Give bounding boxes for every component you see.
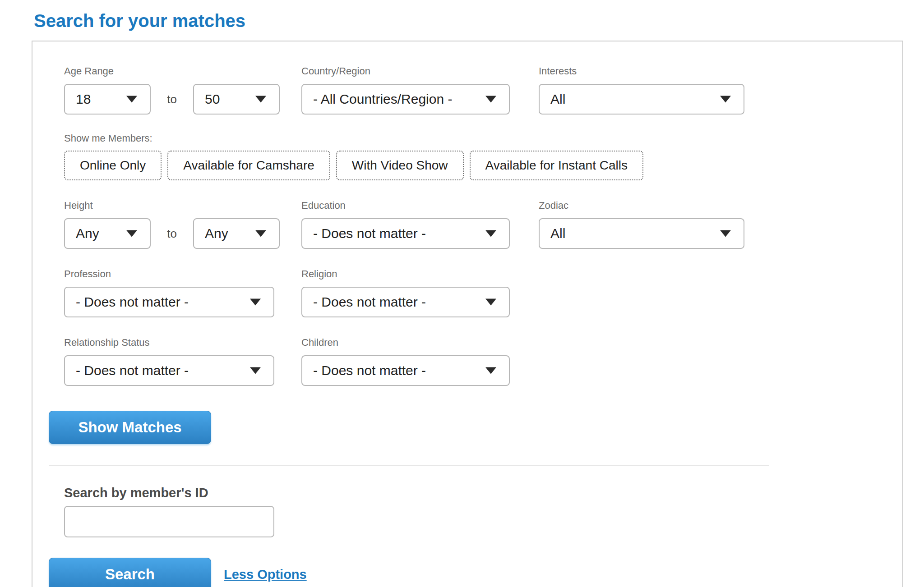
chevron-down-icon: [485, 367, 496, 374]
religion-field: Religion - Does not matter -: [301, 269, 510, 317]
height-to-text: to: [151, 227, 193, 241]
children-label: Children: [301, 337, 510, 348]
zodiac-label: Zodiac: [539, 200, 744, 211]
zodiac-value: All: [550, 226, 565, 241]
chevron-down-icon: [126, 96, 137, 103]
age-range-controls: 18 to 50: [64, 84, 280, 115]
interests-select[interactable]: All: [539, 84, 744, 115]
relationship-status-field: Relationship Status - Does not matter -: [64, 337, 274, 386]
relationship-status-label: Relationship Status: [64, 337, 274, 348]
chevron-down-icon: [250, 299, 261, 306]
zodiac-field: Zodiac All: [539, 200, 744, 249]
show-matches-button[interactable]: Show Matches: [49, 411, 211, 444]
page-title: Search for your matches: [34, 10, 924, 32]
height-from-value: Any: [76, 226, 99, 241]
search-form-panel: Age Range 18 to 50 Country/Region - All …: [32, 41, 903, 587]
chevron-down-icon: [485, 96, 496, 103]
height-to-select[interactable]: Any: [193, 218, 280, 249]
chevron-down-icon: [255, 230, 266, 237]
religion-label: Religion: [301, 269, 510, 280]
age-from-select[interactable]: 18: [64, 84, 151, 115]
chevron-down-icon: [720, 96, 731, 103]
country-label: Country/Region: [301, 66, 510, 77]
children-value: - Does not matter -: [313, 363, 426, 378]
age-from-value: 18: [76, 92, 91, 107]
filter-available-for-camshare-button[interactable]: Available for Camshare: [167, 151, 330, 180]
search-button[interactable]: Search: [49, 558, 211, 587]
row-age-country-interests: Age Range 18 to 50 Country/Region - All …: [64, 66, 886, 115]
age-range-to-text: to: [151, 92, 193, 106]
zodiac-select[interactable]: All: [539, 218, 744, 249]
height-field: Height Any to Any: [64, 200, 280, 249]
relationship-status-select[interactable]: - Does not matter -: [64, 355, 274, 386]
filter-with-video-show-button[interactable]: With Video Show: [336, 151, 464, 180]
member-id-input[interactable]: [64, 506, 274, 537]
children-field: Children - Does not matter -: [301, 337, 510, 386]
height-range-controls: Any to Any: [64, 218, 280, 249]
age-range-label: Age Range: [64, 66, 280, 77]
less-options-link[interactable]: Less Options: [224, 567, 307, 582]
chevron-down-icon: [126, 230, 137, 237]
height-from-select[interactable]: Any: [64, 218, 151, 249]
profession-select[interactable]: - Does not matter -: [64, 287, 274, 317]
row-height-education-zodiac: Height Any to Any Education - Does not m…: [64, 200, 886, 249]
row-profession-religion: Profession - Does not matter - Religion …: [64, 269, 886, 317]
relationship-status-value: - Does not matter -: [76, 363, 189, 378]
country-value: - All Countries/Region -: [313, 92, 452, 107]
education-value: - Does not matter -: [313, 226, 426, 241]
chevron-down-icon: [720, 230, 731, 237]
member-id-section: Search by member's ID: [64, 486, 886, 537]
section-divider: [49, 465, 769, 466]
education-select[interactable]: - Does not matter -: [301, 218, 510, 249]
chevron-down-icon: [250, 367, 261, 374]
country-select[interactable]: - All Countries/Region -: [301, 84, 510, 115]
chevron-down-icon: [485, 230, 496, 237]
interests-field: Interests All: [539, 66, 744, 115]
chevron-down-icon: [485, 299, 496, 306]
religion-value: - Does not matter -: [313, 294, 426, 310]
chevron-down-icon: [255, 96, 266, 103]
education-label: Education: [301, 200, 510, 211]
filter-available-for-instant-calls-button[interactable]: Available for Instant Calls: [470, 151, 643, 180]
member-id-label: Search by member's ID: [64, 486, 886, 500]
education-field: Education - Does not matter -: [301, 200, 510, 249]
profession-label: Profession: [64, 269, 274, 280]
member-filter-buttons: Online Only Available for Camshare With …: [64, 151, 886, 180]
row-relationship-children: Relationship Status - Does not matter - …: [64, 337, 886, 386]
profession-field: Profession - Does not matter -: [64, 269, 274, 317]
religion-select[interactable]: - Does not matter -: [301, 287, 510, 317]
age-to-value: 50: [205, 92, 220, 107]
filter-online-only-button[interactable]: Online Only: [64, 151, 162, 180]
country-field: Country/Region - All Countries/Region -: [301, 66, 510, 115]
children-select[interactable]: - Does not matter -: [301, 355, 510, 386]
profession-value: - Does not matter -: [76, 294, 189, 310]
bottom-actions-row: Search Less Options: [49, 558, 886, 587]
age-range-field: Age Range 18 to 50: [64, 66, 280, 115]
interests-value: All: [550, 92, 565, 107]
show-me-members-label: Show me Members:: [64, 133, 886, 144]
interests-label: Interests: [539, 66, 744, 77]
height-label: Height: [64, 200, 280, 211]
height-to-value: Any: [205, 226, 228, 241]
age-to-select[interactable]: 50: [193, 84, 280, 115]
